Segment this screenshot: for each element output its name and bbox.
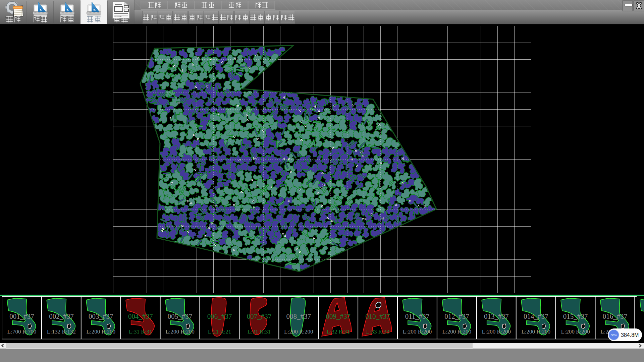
svg-text:L:21 R:21: L:21 R:21: [208, 328, 231, 335]
svg-text:L:132 R:132: L:132 R:132: [47, 328, 76, 335]
svg-text:L:200 R:200: L:200 R:200: [561, 328, 590, 335]
svg-text:015_#37: 015_#37: [563, 312, 588, 320]
svg-text:L:32 R:31: L:32 R:31: [326, 328, 350, 335]
svg-text:007_#37: 007_#37: [247, 312, 272, 320]
svg-text:002_#37: 002_#37: [49, 312, 74, 320]
svg-text:003_#37: 003_#37: [89, 312, 113, 320]
svg-text:004_#37: 004_#37: [128, 312, 153, 320]
svg-text:005_#37: 005_#37: [168, 312, 193, 320]
svg-text:L:31 R:31: L:31 R:31: [129, 328, 152, 335]
svg-text:012_#37: 012_#37: [444, 312, 469, 320]
svg-text:016_#37: 016_#37: [603, 312, 628, 320]
svg-text:L:33 R:33: L:33 R:33: [366, 328, 389, 335]
svg-text:008_#37: 008_#37: [286, 312, 311, 320]
svg-text:L:31 R:31: L:31 R:31: [248, 328, 271, 335]
svg-text:014_#37: 014_#37: [524, 312, 548, 320]
svg-text:L:200 R:200: L:200 R:200: [165, 328, 194, 335]
svg-text:010_#37: 010_#37: [365, 312, 390, 320]
svg-text:L:200 R:200: L:200 R:200: [403, 328, 432, 335]
svg-text:006_#37: 006_#37: [207, 312, 232, 320]
svg-text:001_#37: 001_#37: [9, 312, 34, 320]
svg-text:L:200 R:200: L:200 R:200: [521, 328, 550, 335]
svg-text:L:200 R:200: L:200 R:200: [284, 328, 313, 335]
svg-text:384.8M: 384.8M: [621, 332, 639, 338]
svg-text:011_#37: 011_#37: [405, 312, 430, 320]
svg-text:013_#37: 013_#37: [484, 312, 509, 320]
svg-text:L:200 R:200: L:200 R:200: [442, 328, 471, 335]
svg-text:38%: 38%: [610, 333, 617, 337]
svg-text:L:700 R:700: L:700 R:700: [7, 328, 36, 335]
svg-text:L:200 R:200: L:200 R:200: [482, 328, 511, 335]
svg-text:009_#37: 009_#37: [326, 312, 351, 320]
svg-text:L:200 R:200: L:200 R:200: [87, 328, 115, 335]
